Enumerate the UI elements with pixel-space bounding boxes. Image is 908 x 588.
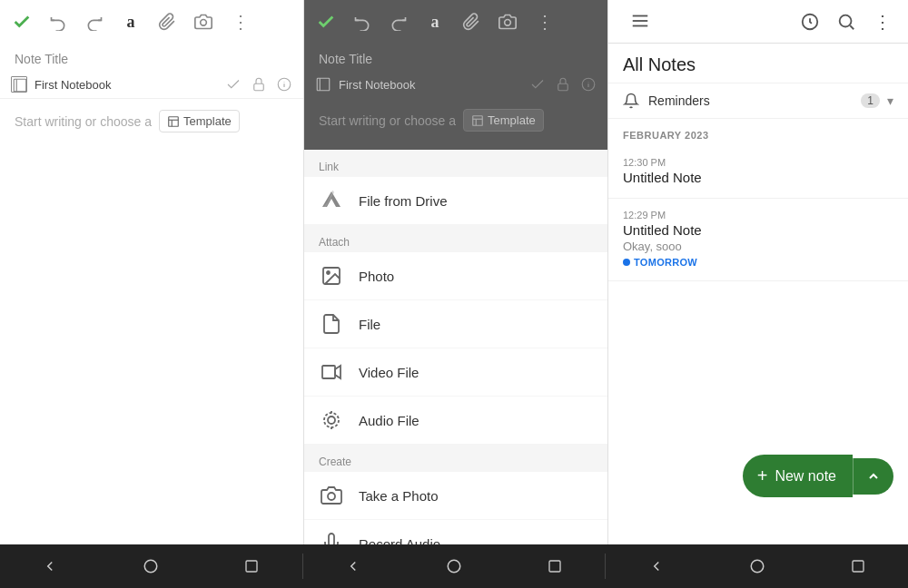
search-icon[interactable] — [832, 7, 861, 36]
svg-rect-17 — [473, 115, 483, 125]
reminder-bell-icon — [623, 93, 639, 109]
middle-camera-icon[interactable] — [497, 11, 518, 33]
file-item[interactable]: File — [304, 300, 607, 348]
template-button[interactable]: Template — [159, 110, 240, 132]
right-more-icon[interactable]: ⋮ — [868, 7, 897, 36]
svg-rect-13 — [558, 83, 568, 91]
attach-section-label: Attach — [304, 225, 607, 252]
home-button-right[interactable] — [739, 548, 775, 584]
date-label: FEBRUARY 2023 — [623, 130, 709, 141]
middle-toolbar: a ⋮ — [304, 0, 607, 44]
note-title-1: Untitled Note — [623, 170, 893, 185]
svg-point-25 — [324, 413, 339, 427]
middle-bold-icon[interactable]: a — [424, 11, 446, 33]
file-from-drive-item[interactable]: File from Drive — [304, 177, 607, 224]
record-audio-item[interactable]: Record Audio — [304, 520, 607, 544]
camera-icon[interactable] — [192, 11, 214, 33]
left-editor-panel: a ⋮ Note Title — [0, 0, 304, 544]
check-icon[interactable] — [11, 11, 33, 33]
audio-file-icon — [319, 407, 344, 433]
lock-icon — [251, 76, 267, 93]
photo-icon — [319, 263, 344, 289]
template-label: Template — [183, 114, 232, 128]
svg-point-35 — [840, 15, 852, 26]
middle-editor-panel: a ⋮ Note Title — [304, 0, 608, 544]
middle-template-icon — [471, 114, 484, 127]
svg-rect-7 — [169, 116, 179, 126]
middle-lock-icon — [555, 76, 571, 93]
left-nav-section — [0, 548, 302, 584]
middle-more-icon[interactable]: ⋮ — [533, 11, 555, 33]
all-notes-header: All Notes — [608, 44, 908, 83]
middle-write-placeholder: Start writing or choose a — [319, 113, 456, 128]
new-note-button[interactable]: + New note — [743, 455, 853, 497]
fab-spacer — [608, 281, 908, 336]
bold-icon[interactable]: a — [120, 11, 142, 33]
middle-notebook-name: First Notebook — [339, 78, 522, 92]
middle-attach-icon[interactable] — [460, 11, 482, 33]
note-item-2[interactable]: 12:29 PM Untitled Note Okay, sooo TOMORR… — [608, 199, 908, 281]
recents-button-left[interactable] — [233, 548, 270, 584]
svg-rect-42 — [853, 561, 864, 572]
note-timestamp-2: 12:29 PM — [623, 210, 893, 220]
home-button-middle[interactable] — [436, 548, 472, 584]
middle-note-title-label: Note Title — [319, 52, 372, 66]
svg-rect-38 — [246, 561, 257, 572]
date-section: FEBRUARY 2023 — [608, 119, 908, 146]
middle-undo-icon[interactable] — [351, 11, 373, 33]
recents-button-middle[interactable] — [537, 548, 573, 584]
record-audio-label: Record Audio — [359, 536, 440, 545]
back-button-left[interactable] — [32, 548, 68, 584]
expand-fab-button[interactable] — [853, 458, 893, 495]
file-label: File — [359, 317, 380, 332]
notebook-icon — [11, 76, 27, 93]
redo-icon[interactable] — [84, 11, 105, 33]
back-button-middle[interactable] — [335, 548, 371, 584]
note-preview-2: Okay, sooo — [623, 240, 893, 253]
circle-icon[interactable] — [795, 7, 824, 36]
hamburger-icon[interactable] — [619, 0, 661, 44]
middle-redo-icon[interactable] — [388, 11, 410, 33]
attach-icon[interactable] — [156, 11, 178, 33]
take-photo-item[interactable]: Take a Photo — [304, 472, 607, 519]
new-note-plus-icon: + — [757, 466, 768, 486]
audio-file-item[interactable]: Audio File — [304, 397, 607, 444]
middle-note-title-area: Note Title — [304, 44, 607, 71]
recents-button-right[interactable] — [840, 548, 876, 584]
video-file-item[interactable]: Video File — [304, 348, 607, 396]
more-icon[interactable]: ⋮ — [229, 11, 251, 33]
right-nav-section — [606, 548, 908, 584]
note-title-label: Note Title — [15, 52, 68, 66]
undo-icon[interactable] — [47, 11, 69, 33]
audio-file-label: Audio File — [359, 413, 419, 428]
note-title-2: Untitled Note — [623, 222, 893, 238]
notebook-actions — [225, 76, 292, 93]
photo-item[interactable]: Photo — [304, 252, 607, 299]
notebook-row[interactable]: First Notebook — [0, 71, 303, 99]
svg-point-0 — [201, 20, 207, 26]
template-icon — [167, 115, 180, 128]
middle-check-icon[interactable] — [315, 11, 337, 33]
svg-point-37 — [145, 560, 158, 573]
svg-rect-1 — [14, 79, 26, 92]
reminders-row[interactable]: Reminders 1 ▾ — [608, 83, 908, 119]
svg-rect-22 — [322, 366, 335, 378]
note-tag-2: TOMORROW — [623, 257, 697, 268]
middle-nav-section — [303, 548, 606, 584]
middle-check-small-icon — [529, 76, 546, 93]
write-placeholder: Start writing or choose a — [15, 114, 152, 129]
svg-rect-40 — [549, 561, 560, 572]
info-icon — [276, 76, 292, 93]
svg-point-41 — [751, 560, 764, 573]
svg-rect-11 — [317, 78, 330, 91]
back-button-right[interactable] — [638, 548, 675, 584]
note-item-1[interactable]: 12:30 PM Untitled Note — [608, 146, 908, 199]
middle-notebook-row[interactable]: First Notebook — [304, 71, 607, 98]
svg-point-10 — [505, 20, 511, 26]
home-button-left[interactable] — [133, 548, 169, 584]
middle-top-section: a ⋮ Note Title — [304, 0, 607, 150]
dropdown-menu: Link File from Drive Attach — [304, 150, 607, 544]
middle-template-label: Template — [488, 113, 536, 127]
reminders-count: 1 — [861, 93, 880, 108]
middle-template-button[interactable]: Template — [463, 109, 544, 132]
